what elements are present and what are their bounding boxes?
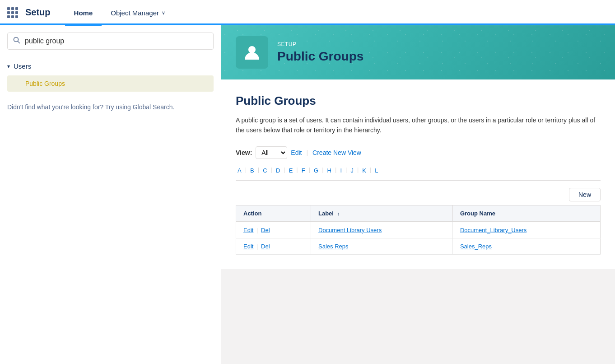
table-cell-group-name: Sales_Reps	[452, 238, 600, 254]
chevron-down-icon: ▾	[7, 63, 10, 70]
alpha-A[interactable]: A	[236, 166, 243, 175]
svg-line-1	[18, 42, 20, 43]
table-cell-action: Edit | Del	[236, 222, 311, 238]
label-link[interactable]: Sales Reps	[318, 243, 348, 250]
public-groups-table: Action Label ↑ Group Name Edit | Del Doc…	[236, 205, 601, 255]
svg-point-2	[248, 46, 256, 53]
sort-asc-icon: ↑	[337, 211, 340, 216]
sidebar-section-users: ▾ Users Public Groups	[0, 57, 221, 92]
column-group-name: Group Name	[452, 205, 600, 222]
top-navigation: Setup Home Object Manager ∨	[0, 0, 615, 25]
tab-home[interactable]: Home	[65, 1, 102, 26]
main-layout: ▾ Users Public Groups Didn't find what y…	[0, 25, 615, 364]
chevron-down-icon: ∨	[162, 10, 165, 16]
label-link[interactable]: Document Library Users	[318, 227, 382, 233]
alpha-C[interactable]: C	[261, 166, 269, 175]
alpha-F[interactable]: F	[300, 166, 307, 175]
edit-link[interactable]: Edit	[243, 243, 253, 250]
table-header-row: Action Label ↑ Group Name	[236, 205, 601, 222]
column-label: Label ↑	[311, 205, 453, 222]
table-cell-label: Sales Reps	[311, 238, 453, 254]
alpha-E[interactable]: E	[287, 166, 295, 175]
alpha-G[interactable]: G	[312, 166, 320, 175]
alpha-H[interactable]: H	[326, 166, 333, 175]
del-link[interactable]: Del	[261, 243, 270, 250]
edit-link[interactable]: Edit	[243, 227, 253, 233]
app-title: Setup	[25, 7, 51, 18]
alphabet-navigation: A | B | C | D | E | F | G | H | I | J |	[236, 166, 601, 181]
content-area: Public Groups A public group is a set of…	[221, 79, 615, 269]
app-launcher-icon[interactable]	[7, 7, 18, 18]
sidebar: ▾ Users Public Groups Didn't find what y…	[0, 25, 221, 364]
table-cell-group-name: Document_Library_Users	[452, 222, 600, 238]
page-header-banner: SETUP Public Groups	[221, 25, 615, 79]
alpha-J[interactable]: J	[349, 166, 355, 175]
header-title: Public Groups	[277, 49, 363, 64]
view-separator: |	[306, 149, 308, 156]
header-text: SETUP Public Groups	[277, 41, 363, 64]
del-link[interactable]: Del	[261, 227, 270, 233]
table-row: Edit | Del Document Library Users Docume…	[236, 222, 601, 238]
action-separator: |	[256, 243, 258, 250]
nav-tabs: Home Object Manager ∨	[65, 0, 174, 25]
table-row: Edit | Del Sales Reps Sales_Reps	[236, 238, 601, 254]
alpha-D[interactable]: D	[274, 166, 282, 175]
group-name-link[interactable]: Document_Library_Users	[460, 227, 526, 233]
view-label: View:	[236, 149, 252, 156]
header-icon	[236, 36, 268, 69]
view-select[interactable]: All	[256, 146, 287, 159]
alpha-B[interactable]: B	[248, 166, 256, 175]
table-toolbar: New	[236, 188, 601, 201]
main-content: SETUP Public Groups Public Groups A publ…	[221, 25, 615, 364]
new-button[interactable]: New	[569, 188, 601, 201]
alpha-L[interactable]: L	[373, 166, 380, 175]
table-cell-action: Edit | Del	[236, 238, 311, 254]
alpha-I[interactable]: I	[338, 166, 344, 175]
alpha-K[interactable]: K	[360, 166, 368, 175]
search-icon	[13, 37, 20, 46]
page-description: A public group is a set of users. It can…	[236, 115, 601, 135]
sidebar-item-public-groups[interactable]: Public Groups	[7, 75, 214, 92]
not-found-message: Didn't find what you're looking for? Try…	[0, 92, 221, 123]
header-setup-label: SETUP	[277, 41, 363, 47]
group-name-link[interactable]: Sales_Reps	[460, 243, 492, 250]
action-separator: |	[256, 227, 258, 233]
sidebar-category-users[interactable]: ▾ Users	[7, 57, 214, 75]
table-cell-label: Document Library Users	[311, 222, 453, 238]
create-new-view-link[interactable]: Create New View	[312, 149, 361, 156]
page-title: Public Groups	[236, 94, 601, 108]
edit-view-link[interactable]: Edit	[291, 149, 302, 156]
search-input[interactable]	[25, 37, 208, 45]
tab-object-manager[interactable]: Object Manager ∨	[102, 1, 174, 26]
search-box[interactable]	[7, 33, 214, 50]
column-action: Action	[236, 205, 311, 222]
view-filter-row: View: All Edit | Create New View	[236, 146, 601, 159]
